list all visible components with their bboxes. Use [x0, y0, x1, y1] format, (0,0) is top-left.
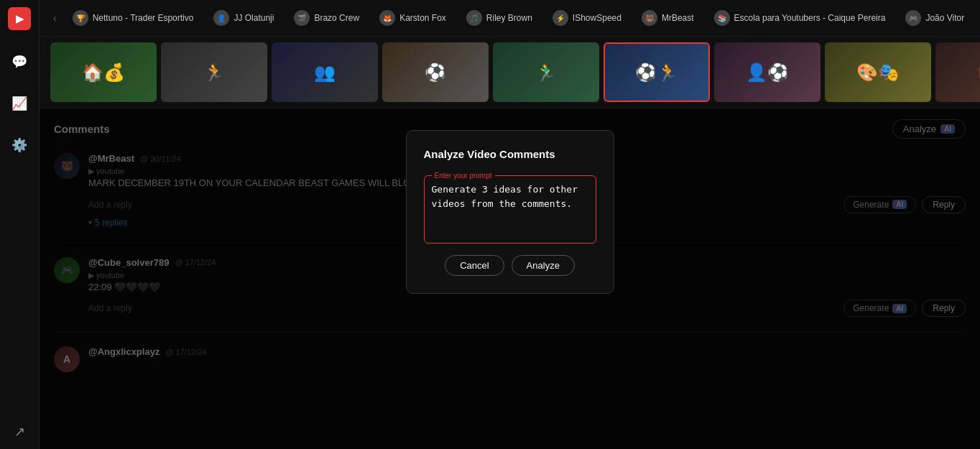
thumb-image-9: 🎁 [935, 42, 980, 102]
channel-avatar-6: ⚡ [553, 10, 568, 26]
channel-tab-label-8: Escola para Youtubers - Caique Pereira [734, 13, 886, 23]
channel-tab-8[interactable]: 📚 Escola para Youtubers - Caique Pereira [707, 7, 893, 29]
channel-tab-3[interactable]: 🎬 Brazo Crew [287, 7, 366, 29]
tabs-right-arrow[interactable]: › [977, 12, 980, 24]
channel-tab-label-2: JJ Olatunji [234, 13, 274, 23]
thumbnail-1[interactable]: 🏠💰 [50, 42, 157, 102]
channel-tab-4[interactable]: 🦊 Karston Fox [372, 7, 453, 29]
settings-icon[interactable]: ⚙️ [9, 135, 29, 155]
channel-avatar-5: 🎵 [466, 10, 482, 26]
logout-icon[interactable]: ↗ [9, 422, 29, 442]
channel-tab-7[interactable]: 🐻 MrBeast [634, 7, 701, 29]
modal-buttons: Cancel Analyze [424, 255, 596, 276]
main-content: ‹ 🏆 Nettuno - Trader Esportivo 👤 JJ Olat… [40, 0, 980, 449]
channel-tab-label-1: Nettuno - Trader Esportivo [93, 13, 194, 23]
modal-title: Analyze Video Comments [424, 148, 596, 160]
thumb-image-2: 🏃 [161, 42, 267, 102]
channel-avatar-3: 🎬 [294, 10, 310, 26]
modal-overlay: Analyze Video Comments Enter your prompt… [40, 108, 980, 449]
channel-avatar-2: 👤 [213, 10, 229, 26]
thumb-image-6: ⚽🏃 [605, 44, 708, 101]
thumbnail-9[interactable]: 🎁 [935, 42, 980, 102]
channel-tab-6[interactable]: ⚡ IShowSpeed [545, 7, 629, 29]
analytics-icon[interactable]: 📈 [9, 93, 29, 114]
thumbnail-8[interactable]: 🎨🎭 [825, 42, 931, 102]
sidebar: ▶ 💬 📈 ⚙️ ↗ [0, 0, 40, 449]
channel-tab-2[interactable]: 👤 JJ Olatunji [206, 7, 281, 29]
channel-tab-label-6: IShowSpeed [573, 13, 621, 23]
thumbnail-5[interactable]: 🏃‍♂️ [493, 42, 599, 102]
channel-avatar-1: 🏆 [73, 10, 88, 26]
prompt-legend: Enter your prompt [432, 172, 495, 180]
channel-tab-label-3: Brazo Crew [314, 13, 359, 23]
thumb-image-8: 🎨🎭 [825, 42, 931, 102]
channel-tab-label-7: MrBeast [662, 13, 694, 23]
chat-icon[interactable]: 💬 [9, 52, 29, 72]
thumbnail-2[interactable]: 🏃 [161, 42, 267, 102]
channel-avatar-9: 🎮 [905, 10, 921, 26]
channel-avatar-7: 🐻 [642, 10, 657, 26]
thumb-image-4: ⚽ [382, 42, 489, 102]
thumb-image-7: 👤⚽ [714, 42, 820, 102]
channel-tab-5[interactable]: 🎵 Riley Brown [459, 7, 540, 29]
channel-tab-9[interactable]: 🎮 João Vitor [898, 7, 971, 29]
app-logo[interactable]: ▶ [8, 7, 31, 30]
thumbnail-7[interactable]: 👤⚽ [714, 42, 820, 102]
thumb-image-1: 🏠💰 [50, 42, 157, 102]
thumbnail-4[interactable]: ⚽ [382, 42, 489, 102]
channel-tab-label-4: Karston Fox [399, 13, 446, 23]
channel-tabs-bar: ‹ 🏆 Nettuno - Trader Esportivo 👤 JJ Olat… [40, 0, 980, 37]
channel-tab-label-9: João Vitor [925, 13, 964, 23]
thumbnail-3[interactable]: 👥 [272, 42, 378, 102]
comments-area: Comments Analyze AI 🐻 @MrBeast @ 30/11/2… [40, 108, 980, 449]
modal-cancel-button[interactable]: Cancel [445, 255, 504, 276]
channel-avatar-4: 🦊 [379, 10, 395, 26]
channel-avatar-8: 📚 [714, 10, 730, 26]
tabs-left-arrow[interactable]: ‹ [50, 12, 60, 24]
prompt-textarea[interactable] [432, 182, 588, 233]
channel-tab-1[interactable]: 🏆 Nettuno - Trader Esportivo [65, 7, 201, 29]
prompt-fieldset: Enter your prompt [424, 172, 596, 244]
thumb-image-3: 👥 [272, 42, 378, 102]
thumb-image-5: 🏃‍♂️ [493, 42, 599, 102]
modal-analyze-button[interactable]: Analyze [512, 255, 575, 276]
thumbnail-6-active[interactable]: ⚽🏃 [604, 42, 710, 102]
analyze-modal: Analyze Video Comments Enter your prompt… [406, 130, 614, 294]
channel-tab-label-5: Riley Brown [486, 13, 532, 23]
thumbnails-row: 🏠💰 🏃 👥 ⚽ 🏃‍♂️ ⚽🏃 👤⚽ 🎨🎭 🎁 [40, 37, 980, 108]
